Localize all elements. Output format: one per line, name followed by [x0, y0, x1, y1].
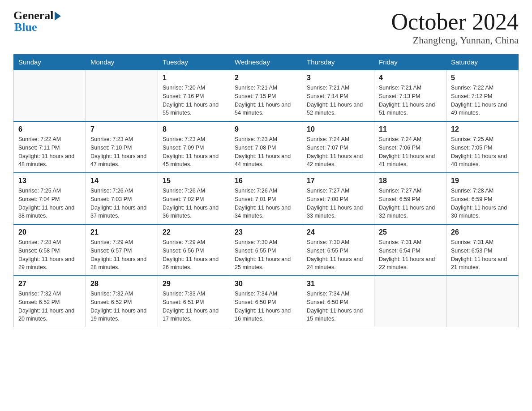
cell-day-number: 2: [235, 74, 297, 82]
logo-blue-text: Blue: [14, 21, 37, 34]
cell-day-number: 27: [18, 280, 81, 288]
cell-sun-info: Sunrise: 7:24 AMSunset: 7:07 PMDaylight:…: [307, 135, 369, 169]
cell-day-number: 4: [379, 74, 442, 82]
table-cell: 24Sunrise: 7:30 AMSunset: 6:55 PMDayligh…: [302, 224, 374, 276]
table-cell: 20Sunrise: 7:28 AMSunset: 6:58 PMDayligh…: [14, 224, 86, 276]
cell-sun-info: Sunrise: 7:31 AMSunset: 6:54 PMDaylight:…: [379, 238, 442, 272]
cell-day-number: 31: [307, 280, 369, 288]
cell-sun-info: Sunrise: 7:25 AMSunset: 7:04 PMDaylight:…: [18, 187, 81, 220]
cell-day-number: 10: [307, 125, 369, 133]
week-row-5: 27Sunrise: 7:32 AMSunset: 6:52 PMDayligh…: [14, 276, 519, 327]
logo: General Blue: [13, 9, 61, 34]
weekday-header-saturday: Saturday: [446, 55, 519, 70]
table-cell: 3Sunrise: 7:21 AMSunset: 7:14 PMDaylight…: [302, 70, 374, 121]
weekday-header-thursday: Thursday: [302, 55, 374, 70]
table-cell: 19Sunrise: 7:28 AMSunset: 6:59 PMDayligh…: [446, 173, 519, 224]
cell-sun-info: Sunrise: 7:20 AMSunset: 7:16 PMDaylight:…: [163, 84, 225, 117]
table-cell: 11Sunrise: 7:24 AMSunset: 7:06 PMDayligh…: [374, 121, 446, 173]
calendar-table: SundayMondayTuesdayWednesdayThursdayFrid…: [13, 54, 519, 327]
table-cell: 9Sunrise: 7:23 AMSunset: 7:08 PMDaylight…: [230, 121, 302, 173]
weekday-header-sunday: Sunday: [14, 55, 86, 70]
weekday-header-monday: Monday: [86, 55, 158, 70]
table-cell: 4Sunrise: 7:21 AMSunset: 7:13 PMDaylight…: [374, 70, 446, 121]
title-section: October 2024 Zhangfeng, Yunnan, China: [391, 9, 519, 46]
cell-day-number: 30: [235, 280, 297, 288]
cell-day-number: 19: [451, 177, 514, 185]
cell-sun-info: Sunrise: 7:27 AMSunset: 7:00 PMDaylight:…: [307, 187, 369, 220]
table-cell: [374, 276, 446, 327]
week-row-2: 6Sunrise: 7:22 AMSunset: 7:11 PMDaylight…: [14, 121, 519, 173]
table-cell: 14Sunrise: 7:26 AMSunset: 7:03 PMDayligh…: [86, 173, 158, 224]
cell-day-number: 12: [451, 125, 514, 133]
cell-sun-info: Sunrise: 7:21 AMSunset: 7:14 PMDaylight:…: [307, 84, 369, 117]
cell-day-number: 3: [307, 74, 369, 82]
table-cell: 12Sunrise: 7:25 AMSunset: 7:05 PMDayligh…: [446, 121, 519, 173]
cell-sun-info: Sunrise: 7:27 AMSunset: 6:59 PMDaylight:…: [379, 187, 442, 220]
cell-sun-info: Sunrise: 7:21 AMSunset: 7:13 PMDaylight:…: [379, 84, 442, 117]
cell-day-number: 1: [163, 74, 225, 82]
cell-sun-info: Sunrise: 7:25 AMSunset: 7:05 PMDaylight:…: [451, 135, 514, 169]
cell-sun-info: Sunrise: 7:22 AMSunset: 7:12 PMDaylight:…: [451, 84, 514, 117]
page-header: General Blue October 2024 Zhangfeng, Yun…: [13, 9, 519, 46]
cell-day-number: 9: [235, 125, 297, 133]
cell-day-number: 18: [379, 177, 442, 185]
cell-sun-info: Sunrise: 7:34 AMSunset: 6:50 PMDaylight:…: [307, 290, 369, 323]
cell-sun-info: Sunrise: 7:30 AMSunset: 6:55 PMDaylight:…: [307, 238, 369, 272]
cell-sun-info: Sunrise: 7:30 AMSunset: 6:55 PMDaylight:…: [235, 238, 297, 272]
cell-day-number: 23: [235, 228, 297, 236]
cell-sun-info: Sunrise: 7:21 AMSunset: 7:15 PMDaylight:…: [235, 84, 297, 117]
table-cell: 29Sunrise: 7:33 AMSunset: 6:51 PMDayligh…: [158, 276, 230, 327]
location-subtitle: Zhangfeng, Yunnan, China: [391, 34, 519, 46]
table-cell: [14, 70, 86, 121]
cell-day-number: 16: [235, 177, 297, 185]
table-cell: 26Sunrise: 7:31 AMSunset: 6:53 PMDayligh…: [446, 224, 519, 276]
cell-day-number: 15: [163, 177, 225, 185]
table-cell: 16Sunrise: 7:26 AMSunset: 7:01 PMDayligh…: [230, 173, 302, 224]
cell-sun-info: Sunrise: 7:33 AMSunset: 6:51 PMDaylight:…: [163, 290, 225, 323]
cell-day-number: 29: [163, 280, 225, 288]
cell-day-number: 7: [90, 125, 153, 133]
cell-sun-info: Sunrise: 7:34 AMSunset: 6:50 PMDaylight:…: [235, 290, 297, 323]
cell-sun-info: Sunrise: 7:26 AMSunset: 7:03 PMDaylight:…: [90, 187, 153, 220]
cell-sun-info: Sunrise: 7:28 AMSunset: 6:59 PMDaylight:…: [451, 187, 514, 220]
table-cell: 7Sunrise: 7:23 AMSunset: 7:10 PMDaylight…: [86, 121, 158, 173]
cell-day-number: 21: [90, 228, 153, 236]
cell-day-number: 8: [163, 125, 225, 133]
cell-day-number: 11: [379, 125, 442, 133]
cell-sun-info: Sunrise: 7:23 AMSunset: 7:10 PMDaylight:…: [90, 135, 153, 169]
weekday-header-row: SundayMondayTuesdayWednesdayThursdayFrid…: [14, 55, 519, 70]
weekday-header-tuesday: Tuesday: [158, 55, 230, 70]
table-cell: 17Sunrise: 7:27 AMSunset: 7:00 PMDayligh…: [302, 173, 374, 224]
table-cell: 5Sunrise: 7:22 AMSunset: 7:12 PMDaylight…: [446, 70, 519, 121]
cell-day-number: 24: [307, 228, 369, 236]
table-cell: [446, 276, 519, 327]
cell-sun-info: Sunrise: 7:32 AMSunset: 6:52 PMDaylight:…: [90, 290, 153, 323]
table-cell: 28Sunrise: 7:32 AMSunset: 6:52 PMDayligh…: [86, 276, 158, 327]
table-cell: 30Sunrise: 7:34 AMSunset: 6:50 PMDayligh…: [230, 276, 302, 327]
cell-sun-info: Sunrise: 7:31 AMSunset: 6:53 PMDaylight:…: [451, 238, 514, 272]
cell-sun-info: Sunrise: 7:24 AMSunset: 7:06 PMDaylight:…: [379, 135, 442, 169]
table-cell: 2Sunrise: 7:21 AMSunset: 7:15 PMDaylight…: [230, 70, 302, 121]
cell-sun-info: Sunrise: 7:32 AMSunset: 6:52 PMDaylight:…: [18, 290, 81, 323]
cell-day-number: 17: [307, 177, 369, 185]
table-cell: 8Sunrise: 7:23 AMSunset: 7:09 PMDaylight…: [158, 121, 230, 173]
table-cell: 23Sunrise: 7:30 AMSunset: 6:55 PMDayligh…: [230, 224, 302, 276]
cell-day-number: 14: [90, 177, 153, 185]
week-row-4: 20Sunrise: 7:28 AMSunset: 6:58 PMDayligh…: [14, 224, 519, 276]
month-title: October 2024: [391, 9, 519, 34]
cell-sun-info: Sunrise: 7:29 AMSunset: 6:56 PMDaylight:…: [163, 238, 225, 272]
cell-day-number: 28: [90, 280, 153, 288]
cell-day-number: 25: [379, 228, 442, 236]
week-row-1: 1Sunrise: 7:20 AMSunset: 7:16 PMDaylight…: [14, 70, 519, 121]
table-cell: 13Sunrise: 7:25 AMSunset: 7:04 PMDayligh…: [14, 173, 86, 224]
table-cell: 10Sunrise: 7:24 AMSunset: 7:07 PMDayligh…: [302, 121, 374, 173]
cell-sun-info: Sunrise: 7:23 AMSunset: 7:08 PMDaylight:…: [235, 135, 297, 169]
table-cell: 21Sunrise: 7:29 AMSunset: 6:57 PMDayligh…: [86, 224, 158, 276]
cell-sun-info: Sunrise: 7:22 AMSunset: 7:11 PMDaylight:…: [18, 135, 81, 169]
table-cell: 6Sunrise: 7:22 AMSunset: 7:11 PMDaylight…: [14, 121, 86, 173]
cell-day-number: 13: [18, 177, 81, 185]
table-cell: 25Sunrise: 7:31 AMSunset: 6:54 PMDayligh…: [374, 224, 446, 276]
cell-sun-info: Sunrise: 7:26 AMSunset: 7:02 PMDaylight:…: [163, 187, 225, 220]
weekday-header-friday: Friday: [374, 55, 446, 70]
cell-sun-info: Sunrise: 7:26 AMSunset: 7:01 PMDaylight:…: [235, 187, 297, 220]
